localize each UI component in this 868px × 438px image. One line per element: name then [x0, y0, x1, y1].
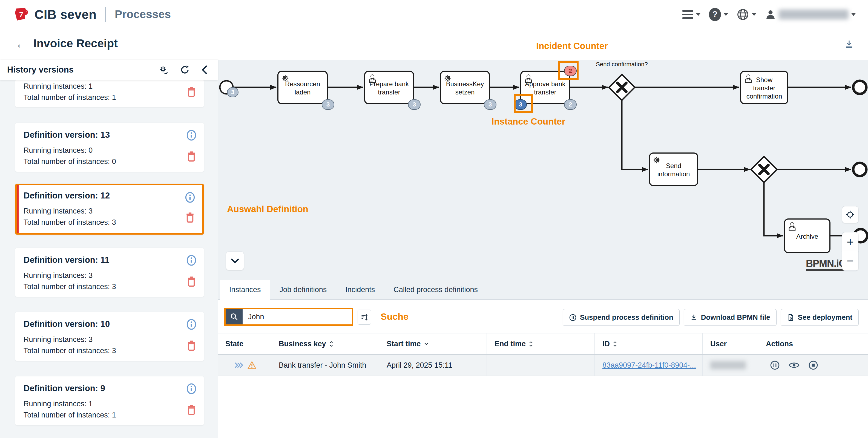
suche-annotation: Suche [381, 311, 408, 322]
task-show-transfer-confirmation[interactable]: Show transfer confirmation [740, 71, 788, 104]
delete-icon[interactable] [187, 405, 196, 415]
bpmn-io-logo[interactable]: BPMN.iO [806, 259, 846, 271]
info-icon[interactable] [186, 383, 196, 395]
sort-both-icon [330, 341, 333, 347]
definition-action-buttons: Suspend process definition Download BPMN… [563, 309, 859, 326]
incident-warning-icon [247, 361, 256, 370]
see-deployment-button[interactable]: See deployment [781, 309, 859, 326]
col-actions: Actions [758, 334, 868, 354]
crosshair-icon [845, 210, 855, 219]
download-icon[interactable] [844, 39, 854, 50]
top-right-menus: ? [682, 8, 856, 21]
zoom-in-button[interactable]: + [842, 232, 859, 252]
column-label: User [710, 340, 727, 348]
suspend-instance-icon[interactable] [770, 360, 780, 370]
task-archive[interactable]: Archive [784, 218, 831, 253]
instance-row[interactable]: Bank transfer - John Smith April 29, 202… [218, 355, 868, 376]
language-menu-button[interactable] [737, 8, 756, 21]
instance-badge: 3 [322, 99, 334, 110]
download-bpmn-file-button[interactable]: Download BPMN file [684, 309, 777, 326]
running-instances: Running instances: 0 [24, 145, 195, 156]
task-send-information[interactable]: Send information [649, 153, 698, 186]
gateway-join[interactable] [751, 157, 777, 182]
page-title: Invoice Receipt [33, 37, 118, 50]
process-settings-icon[interactable] [158, 64, 169, 75]
incident-counter-annotation: Incident Counter [536, 41, 608, 51]
cell-state [218, 355, 271, 376]
version-card-11[interactable]: Definition version: 11 Running instances… [16, 248, 204, 297]
search-button[interactable] [226, 309, 243, 324]
col-business-key[interactable]: Business key [271, 334, 379, 354]
hamburger-icon [682, 10, 693, 19]
collapse-panel-icon[interactable] [201, 65, 208, 74]
version-card-9[interactable]: Definition version: 9 Running instances:… [16, 376, 204, 425]
user-menu-button[interactable] [765, 9, 856, 20]
col-end-time[interactable]: End time [487, 334, 595, 354]
sort-both-icon [613, 341, 617, 347]
sort-options-button[interactable] [358, 310, 371, 325]
gateway-send-confirmation[interactable] [609, 74, 635, 100]
col-start-time[interactable]: Start time [379, 334, 487, 354]
instance-badge: 3 [408, 99, 421, 110]
version-card-10[interactable]: Definition version: 10 Running instances… [16, 312, 204, 361]
total-instances: Total number of instances: 3 [24, 217, 195, 228]
info-icon[interactable] [186, 319, 196, 330]
col-state[interactable]: State [218, 334, 271, 354]
task-businesskey-setzen[interactable]: BusinessKey setzen [440, 71, 490, 104]
version-card-12-selected[interactable]: Definition version: 12 Running instances… [16, 184, 204, 234]
col-id[interactable]: ID [595, 334, 703, 354]
task-ressourcen-laden[interactable]: Ressourcen laden [277, 71, 328, 104]
stop-instance-icon[interactable] [808, 360, 818, 370]
view-instance-icon[interactable] [788, 361, 800, 370]
bpmn-canvas[interactable]: Ressourcen laden Prepare bank transfer [218, 60, 868, 280]
reset-view-button[interactable] [842, 206, 859, 223]
info-icon[interactable] [186, 255, 196, 266]
delete-icon[interactable] [185, 212, 195, 223]
tab-instances[interactable]: Instances [220, 280, 270, 300]
user-task-icon [523, 73, 534, 84]
column-label: ID [602, 340, 610, 348]
user-task-icon [367, 73, 378, 84]
version-card-list: Running instances: 1 Total number of ins… [0, 80, 218, 438]
suspend-process-definition-button[interactable]: Suspend process definition [563, 309, 680, 326]
chevron-down-icon [723, 13, 728, 16]
info-icon[interactable] [185, 192, 195, 203]
app-name: Processes [115, 8, 171, 21]
col-user: User [703, 334, 758, 354]
refresh-icon[interactable] [179, 64, 190, 75]
incident-counter-highlight [558, 61, 579, 80]
cell-end-time [487, 355, 595, 376]
expand-panel-button[interactable] [226, 252, 244, 270]
cell-user [703, 355, 758, 376]
user-icon [765, 9, 776, 20]
minus-icon: − [847, 254, 854, 268]
delete-icon[interactable] [187, 277, 196, 287]
delete-icon[interactable] [187, 151, 196, 162]
end-event-1[interactable] [853, 81, 866, 94]
download-icon [690, 314, 698, 321]
delete-icon[interactable] [187, 87, 196, 97]
instance-counter-highlight [514, 94, 533, 113]
tab-incidents[interactable]: Incidents [336, 280, 384, 299]
chevron-down-icon [696, 13, 701, 16]
tab-called-process-definitions[interactable]: Called process definitions [384, 280, 487, 299]
info-icon[interactable] [186, 129, 196, 141]
main-menu-button[interactable] [682, 10, 701, 19]
cell-actions [758, 355, 868, 376]
version-card-clipped[interactable]: Running instances: 1 Total number of ins… [16, 80, 204, 107]
delete-icon[interactable] [187, 341, 196, 351]
instance-id-link[interactable]: 83aa9097-24fb-11f0-8904-... [602, 361, 696, 370]
version-card-13[interactable]: Definition version: 13 Running instances… [16, 123, 204, 171]
back-button[interactable]: ← [16, 37, 28, 50]
zoom-out-button[interactable]: − [842, 251, 859, 271]
history-versions-header: History versions [0, 60, 218, 80]
gateway-label: Send confirmation? [594, 61, 649, 68]
button-label: See deployment [798, 313, 852, 322]
help-menu-button[interactable]: ? [709, 8, 728, 21]
search-input[interactable] [243, 309, 352, 324]
task-prepare-bank-transfer[interactable]: Prepare bank transfer [364, 71, 414, 104]
end-event-2[interactable] [853, 163, 866, 176]
sort-desc-icon [424, 342, 429, 345]
tab-job-definitions[interactable]: Job definitions [270, 280, 336, 299]
chevron-down-icon [231, 258, 239, 263]
